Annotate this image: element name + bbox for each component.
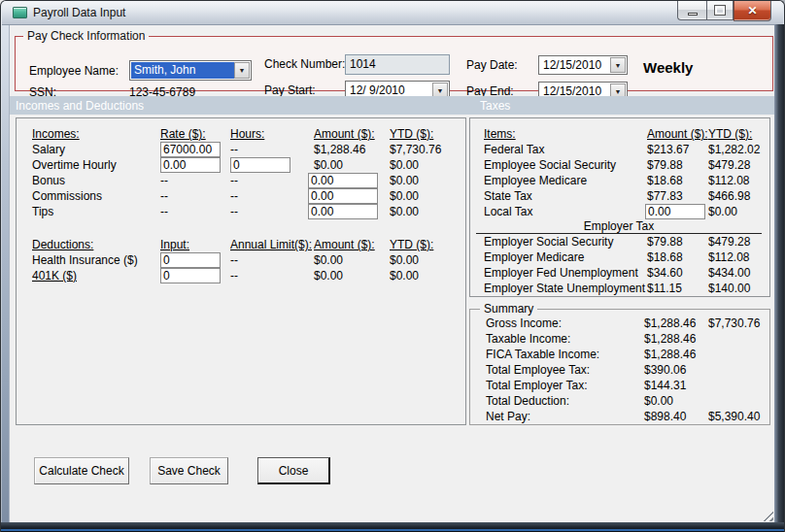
annual-limit-col-header: Annual Limit($): xyxy=(230,238,314,251)
income-rate: -- xyxy=(160,205,230,218)
summary-amount: $0.00 xyxy=(644,394,708,408)
check-number-field[interactable]: 1014 xyxy=(345,54,450,75)
taxes-panel: Items: Amount ($): YTD ($): Federal Tax … xyxy=(469,117,770,297)
deductions-col-header: Deductions: xyxy=(32,238,160,251)
employee-name-combobox[interactable]: Smith, John ▼ xyxy=(129,60,252,81)
tax-label: Employer Medicare xyxy=(484,250,647,264)
summary-label: Total Deduction: xyxy=(486,394,644,408)
summary-amount: $898.40 xyxy=(644,410,708,423)
income-label: Tips xyxy=(32,205,160,218)
tax-amount: $77.83 xyxy=(647,189,708,203)
summary-ytd: $5,390.40 xyxy=(708,410,769,423)
income-label: Salary xyxy=(32,143,160,156)
deduction-401k-link[interactable]: 401K ($) xyxy=(32,269,160,283)
income-row-overtime: Overtime Hourly $0.00 $0.00 xyxy=(32,157,465,173)
input-col-header: Input: xyxy=(160,238,230,251)
pay-frequency-label: Weekly xyxy=(643,59,693,76)
summary-amount: $390.06 xyxy=(644,363,708,377)
client-area: Pay Check Information Employee Name: Smi… xyxy=(9,25,775,523)
pay-start-label: Pay Start: xyxy=(264,83,316,97)
tax-amount: $213.67 xyxy=(647,143,708,156)
window-frame-right xyxy=(774,24,784,532)
maximize-button[interactable] xyxy=(706,1,734,20)
close-icon: ✕ xyxy=(747,4,757,17)
tax-amount: $11.15 xyxy=(647,282,708,295)
summary-amount: $144.31 xyxy=(644,379,708,392)
chevron-down-icon: ▼ xyxy=(615,62,622,69)
health-insurance-input[interactable] xyxy=(160,252,221,268)
minimize-button[interactable] xyxy=(677,1,706,20)
local-tax-input[interactable] xyxy=(645,204,705,219)
paycheck-group-label: Pay Check Information xyxy=(23,29,149,43)
income-amount: $1,288.46 xyxy=(314,143,390,156)
incomes-deductions-panel: Incomes: Rate ($): Hours: Amount ($): YT… xyxy=(16,117,466,425)
incomes-col-header: Incomes: xyxy=(32,127,160,141)
income-row-tips: Tips -- -- $0.00 xyxy=(32,204,465,219)
summary-ytd: $7,730.76 xyxy=(708,316,769,330)
tax-row-er-state-unemp: Employer State Unemployment $11.15 $140.… xyxy=(484,281,769,296)
income-ytd: $0.00 xyxy=(390,174,465,187)
resize-grip[interactable] xyxy=(761,509,773,521)
section-header-bar: Incomes and Deductions Taxes xyxy=(10,96,775,115)
close-button[interactable]: Close xyxy=(257,457,330,484)
tax-amount: $18.68 xyxy=(647,250,708,264)
401k-input[interactable] xyxy=(160,268,221,283)
close-window-button[interactable]: ✕ xyxy=(734,1,771,21)
tax-ytd: $112.08 xyxy=(708,174,769,187)
deduction-amount: $0.00 xyxy=(314,269,390,283)
tax-label: Local Tax xyxy=(484,205,647,218)
tax-amount: $34.60 xyxy=(647,266,708,280)
income-ytd: $0.00 xyxy=(390,189,465,203)
tax-row-local: Local Tax $0.00 xyxy=(484,204,769,219)
tax-row-er-medicare: Employer Medicare $18.68 $112.08 xyxy=(484,249,769,265)
summary-label: Total Employer Tax: xyxy=(486,379,644,392)
tax-label: Employee Medicare xyxy=(484,174,647,187)
caption-buttons: ✕ xyxy=(677,1,771,21)
overtime-rate-input[interactable] xyxy=(160,157,221,173)
tax-label: Employer Social Security xyxy=(484,235,647,249)
pay-date-datepicker[interactable]: 12/15/2010 ▼ xyxy=(538,55,628,75)
tax-ytd: $0.00 xyxy=(708,205,769,218)
pay-date-dropdown-button[interactable]: ▼ xyxy=(610,57,626,73)
employee-name-label: Employee Name: xyxy=(29,64,119,78)
calculate-check-button[interactable]: Calculate Check xyxy=(34,457,129,484)
deduction-row-health: Health Insurance ($) -- $0.00 $0.00 xyxy=(32,252,465,268)
income-hours: -- xyxy=(230,174,314,187)
taxes-header-row: Items: Amount ($): YTD ($): xyxy=(484,126,769,142)
chevron-down-icon: ▼ xyxy=(437,87,444,94)
deduction-ytd: $0.00 xyxy=(390,269,465,283)
income-label: Commissions xyxy=(32,189,160,203)
income-ytd: $0.00 xyxy=(390,205,465,218)
income-label: Overtime Hourly xyxy=(32,158,160,172)
overtime-hours-input[interactable] xyxy=(230,157,290,173)
income-rate: -- xyxy=(160,189,230,203)
amount-col-header: Amount ($): xyxy=(314,127,390,141)
commissions-amount-input[interactable] xyxy=(308,188,378,204)
combo-dropdown-button[interactable]: ▼ xyxy=(234,62,250,79)
incomes-header-row: Incomes: Rate ($): Hours: Amount ($): YT… xyxy=(32,126,465,142)
salary-rate-input[interactable] xyxy=(160,142,221,157)
save-check-button[interactable]: Save Check xyxy=(150,457,228,484)
tax-label: State Tax xyxy=(484,189,647,203)
summary-label: Net Pay: xyxy=(486,410,644,423)
chevron-down-icon: ▼ xyxy=(615,88,622,95)
tips-amount-input[interactable] xyxy=(308,204,378,219)
summary-label: Taxable Income: xyxy=(486,332,644,346)
tax-label: Federal Tax xyxy=(484,143,647,156)
deductions-header-row: Deductions: Input: Annual Limit($): Amou… xyxy=(32,237,465,252)
income-label: Bonus xyxy=(32,174,160,187)
employee-name-value: Smith, John xyxy=(131,62,234,79)
summary-row-net-pay: Net Pay: $898.40 $5,390.40 xyxy=(486,409,769,424)
taxes-section-header: Taxes xyxy=(480,99,510,113)
tax-ytd: $434.00 xyxy=(708,266,769,280)
hours-col-header: Hours: xyxy=(230,127,314,141)
bonus-amount-input[interactable] xyxy=(308,173,378,188)
summary-row-employer-tax: Total Employer Tax: $144.31 xyxy=(486,378,769,393)
window-frame-bottom xyxy=(1,522,784,532)
title-bar[interactable]: Payroll Data Input xyxy=(2,1,783,25)
tax-row-state: State Tax $77.83 $466.98 xyxy=(484,188,769,204)
income-row-commissions: Commissions -- -- $0.00 xyxy=(32,188,465,204)
payroll-window: Payroll Data Input ✕ Pay Check Informati… xyxy=(0,0,785,532)
income-row-bonus: Bonus -- -- $0.00 xyxy=(32,173,465,188)
tax-ytd: $479.28 xyxy=(708,235,769,249)
